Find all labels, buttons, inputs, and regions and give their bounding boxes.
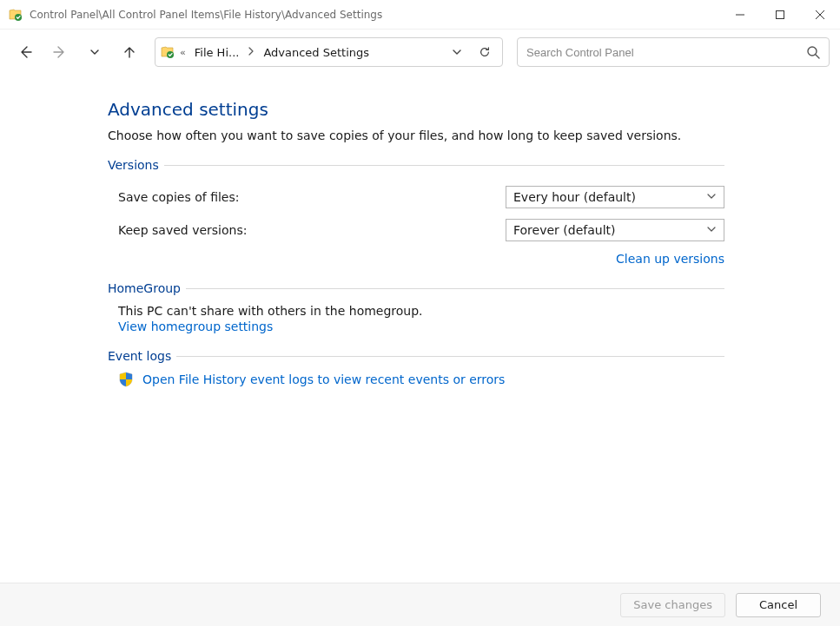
breadcrumb-overflow-icon[interactable]: «	[178, 47, 188, 58]
versions-group: Versions Save copies of files: Every hou…	[108, 158, 724, 266]
chevron-down-icon	[706, 223, 717, 237]
keep-versions-value: Forever (default)	[513, 223, 706, 237]
content-area: Advanced settings Choose how often you w…	[0, 75, 840, 583]
search-icon[interactable]	[806, 45, 820, 59]
app-icon	[9, 8, 23, 22]
minimize-button[interactable]	[720, 0, 760, 30]
window-controls	[720, 0, 840, 30]
cancel-button[interactable]: Cancel	[736, 593, 821, 617]
address-bar[interactable]: « File Hi... Advanced Settings	[155, 37, 503, 67]
refresh-button[interactable]	[473, 40, 497, 64]
close-button[interactable]	[800, 0, 840, 30]
titlebar: Control Panel\All Control Panel Items\Fi…	[0, 0, 840, 30]
maximize-button[interactable]	[760, 0, 800, 30]
save-changes-button[interactable]: Save changes	[620, 593, 725, 617]
divider	[176, 356, 724, 357]
homegroup-body: This PC can't share with others in the h…	[108, 304, 724, 318]
eventlogs-group: Event logs Open File History event logs …	[108, 349, 724, 387]
view-homegroup-link[interactable]: View homegroup settings	[118, 320, 273, 333]
page-description: Choose how often you want to save copies…	[108, 128, 724, 142]
page-title: Advanced settings	[108, 99, 724, 120]
svg-rect-1	[777, 10, 784, 18]
address-dropdown-button[interactable]	[445, 40, 469, 64]
divider	[186, 288, 724, 289]
window-title: Control Panel\All Control Panel Items\Fi…	[30, 9, 720, 21]
homegroup-group: HomeGroup This PC can't share with other…	[108, 281, 724, 333]
svg-point-3	[808, 47, 817, 56]
recent-locations-button[interactable]	[80, 37, 109, 67]
footer: Save changes Cancel	[0, 583, 840, 626]
cleanup-versions-link[interactable]: Clean up versions	[616, 252, 724, 266]
keep-versions-select[interactable]: Forever (default)	[506, 219, 724, 241]
nav-toolbar: « File Hi... Advanced Settings	[0, 30, 840, 75]
back-button[interactable]	[10, 37, 40, 67]
divider	[164, 165, 724, 166]
save-copies-label: Save copies of files:	[118, 190, 506, 204]
versions-legend: Versions	[108, 158, 159, 172]
up-button[interactable]	[115, 37, 144, 67]
keep-versions-label: Keep saved versions:	[118, 223, 506, 237]
chevron-down-icon	[706, 190, 717, 204]
breadcrumb-seg-advanced-settings[interactable]: Advanced Settings	[260, 41, 373, 63]
save-copies-value: Every hour (default)	[513, 190, 706, 204]
homegroup-legend: HomeGroup	[108, 281, 181, 295]
save-copies-select[interactable]: Every hour (default)	[506, 186, 724, 208]
open-event-logs-link[interactable]: Open File History event logs to view rec…	[142, 372, 505, 386]
shield-icon	[118, 372, 134, 387]
search-input[interactable]	[526, 46, 806, 59]
breadcrumb-separator-icon[interactable]	[246, 46, 256, 58]
eventlogs-legend: Event logs	[108, 349, 171, 363]
folder-icon	[161, 45, 175, 59]
search-box[interactable]	[517, 37, 830, 67]
breadcrumb-seg-file-history[interactable]: File Hi...	[191, 41, 243, 63]
forward-button[interactable]	[45, 37, 75, 67]
